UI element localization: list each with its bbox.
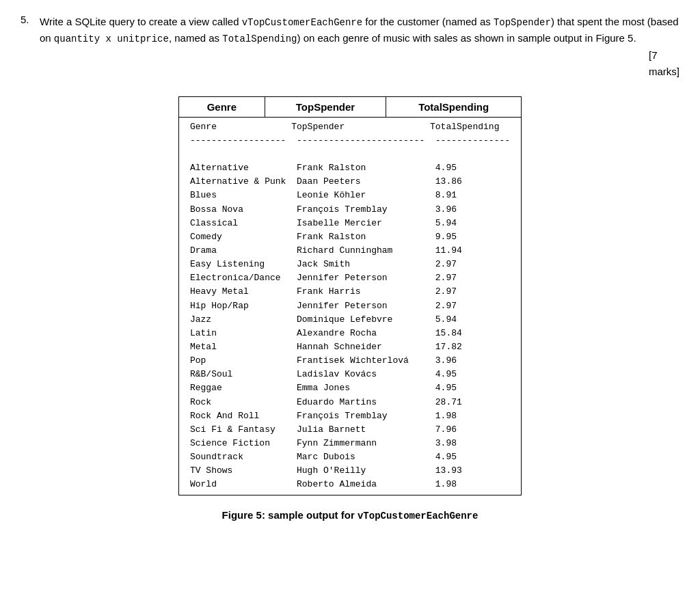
col-topspender-header: TopSpender [265, 96, 386, 117]
col-totalspending-header: TotalSpending [386, 96, 522, 117]
table-data-pre: Genre TopSpender TotalSpending ---------… [179, 118, 521, 495]
question-text: Write a SQLite query to create a view ca… [40, 14, 679, 80]
table-wrapper: Genre TopSpender TotalSpending Genre Top… [21, 96, 679, 495]
caption-prefix: Figure 5: sample output for [222, 509, 358, 521]
code-totalspending-param: TotalSpending [222, 33, 297, 44]
marks-label: [7marks] [649, 47, 679, 80]
table-row-preformatted: Genre TopSpender TotalSpending ---------… [178, 117, 521, 495]
code-formula: quantity x unitprice [54, 33, 169, 44]
question-block: 5. Write a SQLite query to create a view… [21, 14, 679, 80]
col-genre-header: Genre [178, 96, 265, 117]
caption-code: vTopCustomerEachGenre [358, 511, 478, 521]
figure-caption: Figure 5: sample output for vTopCustomer… [21, 509, 679, 521]
code-topspender-param: TopSpender [494, 17, 551, 28]
code-view-name: vTopCustomerEachGenre [242, 17, 362, 28]
result-table: Genre TopSpender TotalSpending Genre Top… [178, 96, 522, 495]
question-number: 5. [21, 14, 34, 80]
